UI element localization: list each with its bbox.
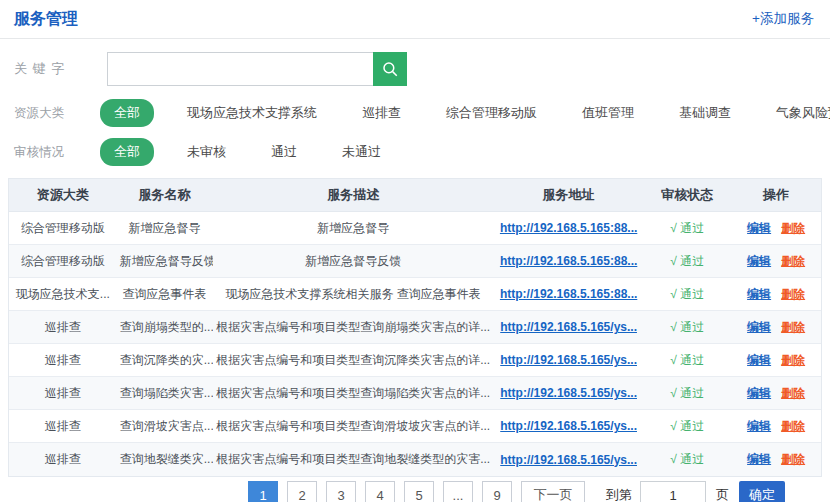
ellipsis-page-button[interactable]: ... bbox=[443, 481, 473, 502]
cell-service-url: http://192.168.5.165:88... bbox=[494, 287, 644, 301]
filter-option-selected[interactable]: 全部 bbox=[100, 138, 154, 166]
table-row: 巡排查查询塌陷类灾害...根据灾害点编号和项目类型查询塌陷类灾害点的详...ht… bbox=[9, 377, 821, 410]
cell-service-description: 新增应急督导 bbox=[213, 220, 494, 237]
service-url-link[interactable]: http://192.168.5.165:88... bbox=[500, 287, 637, 301]
delete-link[interactable]: 删除 bbox=[781, 254, 805, 268]
page-button-active[interactable]: 1 bbox=[248, 481, 278, 502]
delete-link[interactable]: 删除 bbox=[781, 287, 805, 301]
status-badge: √ 通过 bbox=[670, 386, 704, 400]
next-page-button[interactable]: 下一页 bbox=[521, 481, 585, 502]
goto-page-input[interactable] bbox=[640, 481, 706, 502]
cell-category: 综合管理移动版 bbox=[9, 253, 117, 270]
edit-link[interactable]: 编辑 bbox=[747, 452, 771, 466]
filter-row-audit-status: 审核情况 全部未审核通过未通过 bbox=[14, 139, 830, 165]
cell-service-url: http://192.168.5.165/ys... bbox=[494, 353, 644, 367]
service-url-link[interactable]: http://192.168.5.165/ys... bbox=[500, 353, 637, 367]
filter-options-audit-status: 全部未审核通过未通过 bbox=[100, 138, 414, 166]
cell-actions: 编辑删除 bbox=[731, 253, 821, 270]
service-url-link[interactable]: http://192.168.5.165:88... bbox=[500, 254, 637, 268]
cell-service-name: 查询地裂缝类灾... bbox=[117, 451, 213, 468]
cell-category: 巡排查 bbox=[9, 418, 117, 435]
status-badge: √ 通过 bbox=[670, 287, 704, 301]
status-badge: √ 通过 bbox=[670, 452, 704, 466]
goto-page-label: 到第 bbox=[606, 486, 632, 502]
delete-link[interactable]: 删除 bbox=[781, 452, 805, 466]
edit-link[interactable]: 编辑 bbox=[747, 287, 771, 301]
cell-service-url: http://192.168.5.165/ys... bbox=[494, 320, 644, 334]
filter-option[interactable]: 通过 bbox=[259, 138, 309, 166]
delete-link[interactable]: 删除 bbox=[781, 386, 805, 400]
delete-link[interactable]: 删除 bbox=[781, 320, 805, 334]
page-button[interactable]: 2 bbox=[287, 481, 317, 502]
cell-audit-status: √ 通过 bbox=[643, 418, 731, 435]
table-row: 巡排查查询滑坡灾害点...根据灾害点编号和项目类型查询滑坡坡灾害点的详...ht… bbox=[9, 410, 821, 443]
keyword-label: 关 键 字 bbox=[14, 60, 86, 78]
filter-option[interactable]: 现场应急技术支撑系统 bbox=[175, 99, 329, 127]
cell-category: 综合管理移动版 bbox=[9, 220, 117, 237]
search-box bbox=[107, 52, 407, 86]
table-header-row: 资源大类服务名称服务描述服务地址审核状态操作 bbox=[9, 179, 821, 212]
filter-option[interactable]: 巡排查 bbox=[350, 99, 413, 127]
delete-link[interactable]: 删除 bbox=[781, 221, 805, 235]
edit-link[interactable]: 编辑 bbox=[747, 353, 771, 367]
cell-audit-status: √ 通过 bbox=[643, 253, 731, 270]
filter-option[interactable]: 综合管理移动版 bbox=[434, 99, 549, 127]
edit-link[interactable]: 编辑 bbox=[747, 254, 771, 268]
filter-option[interactable]: 值班管理 bbox=[570, 99, 646, 127]
add-service-button[interactable]: +添加服务 bbox=[752, 10, 814, 28]
status-badge: √ 通过 bbox=[670, 320, 704, 334]
cell-category: 巡排查 bbox=[9, 385, 117, 402]
cell-service-description: 根据灾害点编号和项目类型查询塌陷类灾害点的详... bbox=[213, 385, 494, 402]
edit-link[interactable]: 编辑 bbox=[747, 320, 771, 334]
page-button[interactable]: 3 bbox=[326, 481, 356, 502]
header-cell: 服务地址 bbox=[494, 186, 644, 204]
filter-label-audit-status: 审核情况 bbox=[14, 144, 86, 161]
header-cell: 审核状态 bbox=[643, 186, 731, 204]
cell-audit-status: √ 通过 bbox=[643, 385, 731, 402]
cell-category: 巡排查 bbox=[9, 451, 117, 468]
cell-audit-status: √ 通过 bbox=[643, 352, 731, 369]
table-body: 综合管理移动版新增应急督导新增应急督导http://192.168.5.165:… bbox=[9, 212, 821, 476]
filter-option[interactable]: 气象风险预警系统 bbox=[764, 99, 830, 127]
search-button[interactable] bbox=[373, 52, 407, 86]
pagination: 12345...9 下一页 到第 页 确定 bbox=[248, 481, 785, 502]
cell-audit-status: √ 通过 bbox=[643, 451, 731, 468]
service-url-link[interactable]: http://192.168.5.165/ys... bbox=[500, 386, 637, 400]
edit-link[interactable]: 编辑 bbox=[747, 221, 771, 235]
cell-actions: 编辑删除 bbox=[731, 418, 821, 435]
table-row: 综合管理移动版新增应急督导新增应急督导http://192.168.5.165:… bbox=[9, 212, 821, 245]
page-button[interactable]: 4 bbox=[365, 481, 395, 502]
service-url-link[interactable]: http://192.168.5.165/ys... bbox=[500, 320, 637, 334]
page-button[interactable]: 5 bbox=[404, 481, 434, 502]
cell-category: 巡排查 bbox=[9, 352, 117, 369]
delete-link[interactable]: 删除 bbox=[781, 419, 805, 433]
cell-service-name: 新增应急督导 bbox=[117, 220, 213, 237]
search-row: 关 键 字 bbox=[14, 51, 830, 86]
cell-audit-status: √ 通过 bbox=[643, 319, 731, 336]
table-row: 巡排查查询地裂缝类灾...根据灾害点编号和项目类型查询地裂缝类型的灾害...ht… bbox=[9, 443, 821, 476]
table-row: 综合管理移动版新增应急督导反馈新增应急督导反馈http://192.168.5.… bbox=[9, 245, 821, 278]
search-input[interactable] bbox=[107, 52, 373, 86]
filter-option[interactable]: 未审核 bbox=[175, 138, 238, 166]
service-url-link[interactable]: http://192.168.5.165/ys... bbox=[500, 453, 637, 467]
page-header: 服务管理 +添加服务 bbox=[0, 0, 830, 39]
delete-link[interactable]: 删除 bbox=[781, 353, 805, 367]
cell-service-name: 查询应急事件表 bbox=[117, 286, 213, 303]
page-title: 服务管理 bbox=[14, 9, 78, 30]
edit-link[interactable]: 编辑 bbox=[747, 419, 771, 433]
filter-row-resource-type: 资源大类 全部现场应急技术支撑系统巡排查综合管理移动版值班管理基础调查气象风险预… bbox=[14, 100, 830, 126]
filter-option[interactable]: 基础调查 bbox=[667, 99, 743, 127]
table-row: 现场应急技术支...查询应急事件表现场应急技术支撑系统相关服务 查询应急事件表h… bbox=[9, 278, 821, 311]
service-url-link[interactable]: http://192.168.5.165/ys... bbox=[500, 419, 637, 433]
service-url-link[interactable]: http://192.168.5.165:88... bbox=[500, 221, 637, 235]
page-button[interactable]: 9 bbox=[482, 481, 512, 502]
header-cell: 资源大类 bbox=[9, 186, 117, 204]
cell-actions: 编辑删除 bbox=[731, 385, 821, 402]
filter-option-selected[interactable]: 全部 bbox=[100, 99, 154, 127]
cell-service-name: 查询塌陷类灾害... bbox=[117, 385, 213, 402]
confirm-page-button[interactable]: 确定 bbox=[739, 481, 785, 502]
edit-link[interactable]: 编辑 bbox=[747, 386, 771, 400]
filter-options-resource-type: 全部现场应急技术支撑系统巡排查综合管理移动版值班管理基础调查气象风险预警系统 bbox=[100, 99, 830, 127]
status-badge: √ 通过 bbox=[670, 254, 704, 268]
filter-option[interactable]: 未通过 bbox=[330, 138, 393, 166]
